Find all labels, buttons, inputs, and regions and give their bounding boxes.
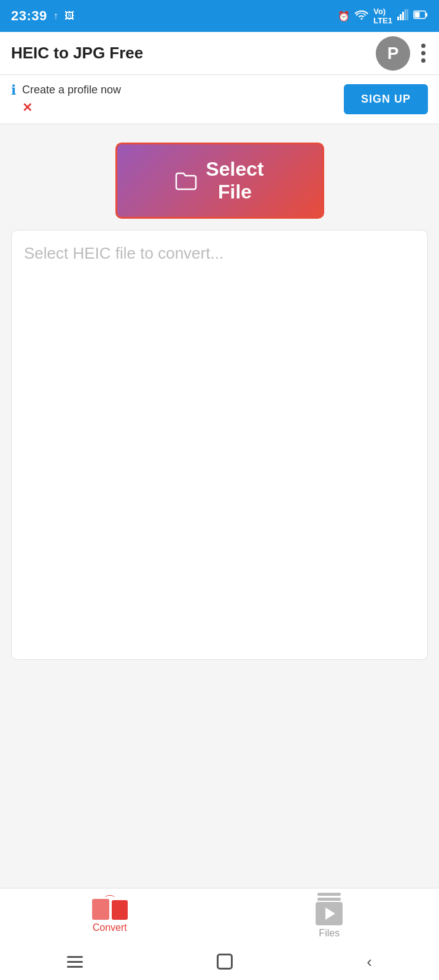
bottom-nav: ⌒ Convert Files bbox=[0, 888, 439, 943]
svg-rect-1 bbox=[400, 14, 402, 20]
info-icon: ℹ bbox=[11, 82, 16, 98]
svg-rect-0 bbox=[397, 17, 399, 20]
main-content: Select File Select HEIC file to convert.… bbox=[0, 124, 439, 672]
files-icon bbox=[316, 893, 343, 925]
back-button[interactable]: ‹ bbox=[367, 952, 372, 971]
banner-close-button[interactable]: ✕ bbox=[22, 100, 121, 115]
battery-icon bbox=[413, 10, 428, 22]
select-file-label: Select File bbox=[206, 158, 263, 203]
nav-files[interactable]: Files bbox=[220, 893, 440, 939]
file-drop-area[interactable]: Select HEIC file to convert... bbox=[11, 230, 428, 660]
convert-label: Convert bbox=[93, 922, 127, 933]
recents-button[interactable] bbox=[67, 956, 83, 968]
signup-button[interactable]: SIGN UP bbox=[344, 84, 428, 114]
svg-rect-3 bbox=[405, 9, 406, 20]
banner-text: Create a profile now bbox=[22, 84, 121, 96]
svg-rect-6 bbox=[425, 13, 427, 17]
avatar: P bbox=[376, 36, 410, 71]
system-nav-bar: ‹ bbox=[0, 943, 439, 980]
image-icon: 🖼 bbox=[64, 10, 74, 22]
app-title: HEIC to JPG Free bbox=[11, 44, 143, 63]
wifi-icon bbox=[355, 9, 368, 23]
select-file-button[interactable]: Select File bbox=[115, 143, 324, 219]
profile-banner: ℹ Create a profile now ✕ SIGN UP bbox=[0, 75, 439, 124]
lte-icon: Vo)LTE1 bbox=[373, 7, 392, 25]
home-button[interactable] bbox=[217, 954, 233, 970]
status-time: 23:39 bbox=[11, 8, 47, 24]
signal-bars-icon bbox=[397, 9, 408, 23]
svg-rect-2 bbox=[402, 12, 404, 20]
svg-rect-4 bbox=[407, 9, 408, 20]
folder-icon bbox=[175, 170, 197, 192]
alarm-icon: ⏰ bbox=[338, 10, 350, 22]
convert-icon: ⌒ bbox=[92, 899, 128, 920]
svg-rect-7 bbox=[415, 12, 420, 18]
status-bar: 23:39 ↑ 🖼 ⏰ Vo)LTE1 bbox=[0, 0, 439, 32]
nav-convert[interactable]: ⌒ Convert bbox=[0, 899, 220, 933]
more-options-button[interactable] bbox=[419, 41, 428, 65]
app-bar: HEIC to JPG Free P bbox=[0, 32, 439, 75]
file-placeholder-text: Select HEIC file to convert... bbox=[24, 244, 223, 263]
upload-icon: ↑ bbox=[53, 10, 58, 22]
files-label: Files bbox=[319, 928, 340, 939]
